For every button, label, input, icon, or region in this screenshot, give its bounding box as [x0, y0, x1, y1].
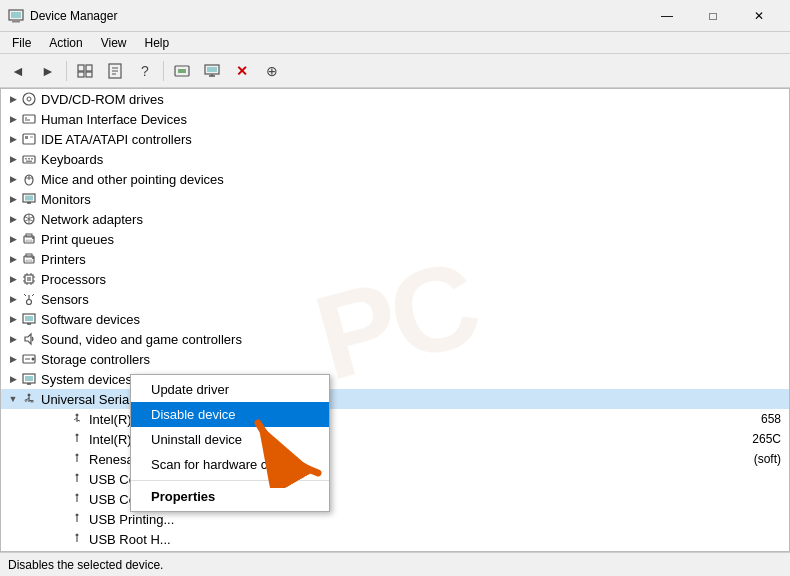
- icon-usbcomp2: [69, 491, 85, 507]
- context-uninstall-device[interactable]: Uninstall device: [131, 427, 329, 452]
- label-software: Software devices: [41, 312, 789, 327]
- label-network: Network adapters: [41, 212, 789, 227]
- tree-item-storage[interactable]: ▶ Storage controllers: [1, 349, 789, 369]
- scan-button[interactable]: ⊕: [258, 58, 286, 84]
- toolbar: ◄ ► ? ✕ ⊕: [0, 54, 790, 88]
- tree-item-mice[interactable]: ▶ Mice and other pointing devices: [1, 169, 789, 189]
- svg-point-85: [76, 474, 79, 477]
- close-button[interactable]: ✕: [736, 0, 782, 32]
- label-sound: Sound, video and game controllers: [41, 332, 789, 347]
- chevron-usbroot1: [53, 531, 69, 547]
- svg-point-83: [76, 454, 79, 457]
- tree-item-usbcomp2[interactable]: USB Comp...: [1, 489, 789, 509]
- minimize-button[interactable]: —: [644, 0, 690, 32]
- icon-usb: [21, 391, 37, 407]
- svg-rect-5: [78, 72, 84, 77]
- icon-renesas: [69, 451, 85, 467]
- tree-item-usbroot2[interactable]: USB Root Hub: [1, 549, 789, 552]
- main-area: PC ▶ DVD/CD-ROM drives ▶ Human Interface…: [0, 88, 790, 552]
- tree-item-intel2[interactable]: Intel(R) 82... 265C: [1, 429, 789, 449]
- context-properties[interactable]: Properties: [131, 484, 329, 509]
- label-mice: Mice and other pointing devices: [41, 172, 789, 187]
- tree-item-printers[interactable]: ▶ Printers: [1, 249, 789, 269]
- context-scan-hardware[interactable]: Scan for hardware cha...: [131, 452, 329, 477]
- computer-button[interactable]: [198, 58, 226, 84]
- tree-item-usbprint[interactable]: USB Printing...: [1, 509, 789, 529]
- tree-item-monitors[interactable]: ▶ Monitors: [1, 189, 789, 209]
- tree-item-hid[interactable]: ▶ Human Interface Devices: [1, 109, 789, 129]
- tree-item-intel1[interactable]: Intel(R) 82... 658: [1, 409, 789, 429]
- label-monitors: Monitors: [41, 192, 789, 207]
- toolbar-sep-1: [66, 61, 67, 81]
- tree-item-dvd[interactable]: ▶ DVD/CD-ROM drives: [1, 89, 789, 109]
- title-bar-left: Device Manager: [8, 8, 117, 24]
- menu-help[interactable]: Help: [137, 34, 178, 52]
- chevron-usbprint: [53, 511, 69, 527]
- chevron-sensors: ▶: [5, 291, 21, 307]
- svg-rect-6: [86, 72, 92, 77]
- svg-rect-2: [12, 21, 20, 23]
- tree-item-renesas[interactable]: Renesas U... (soft): [1, 449, 789, 469]
- help-button[interactable]: ?: [131, 58, 159, 84]
- svg-point-75: [25, 400, 27, 402]
- tree-item-system[interactable]: ▶ System devices: [1, 369, 789, 389]
- update-driver-button[interactable]: [168, 58, 196, 84]
- title-bar: Device Manager — □ ✕: [0, 0, 790, 32]
- icon-hid: [21, 111, 37, 127]
- svg-point-91: [76, 534, 79, 537]
- tree-item-network[interactable]: ▶ Network adapters: [1, 209, 789, 229]
- icon-kbd: [21, 151, 37, 167]
- chevron-storage: ▶: [5, 351, 21, 367]
- label-uninstall-device: Uninstall device: [151, 432, 242, 447]
- chevron-monitors: ▶: [5, 191, 21, 207]
- label-kbd: Keyboards: [41, 152, 789, 167]
- menu-view[interactable]: View: [93, 34, 135, 52]
- context-update-driver[interactable]: Update driver: [131, 377, 329, 402]
- tree-item-kbd[interactable]: ▶ Keyboards: [1, 149, 789, 169]
- label-proc: Processors: [41, 272, 789, 287]
- chevron-dvd: ▶: [5, 91, 21, 107]
- label-scan-hardware: Scan for hardware cha...: [151, 457, 293, 472]
- svg-point-57: [27, 300, 32, 305]
- menu-file[interactable]: File: [4, 34, 39, 52]
- svg-rect-28: [31, 158, 33, 160]
- back-button[interactable]: ◄: [4, 58, 32, 84]
- svg-point-17: [23, 93, 35, 105]
- maximize-button[interactable]: □: [690, 0, 736, 32]
- svg-rect-41: [26, 240, 32, 242]
- context-separator: [131, 480, 329, 481]
- icon-ide: [21, 131, 37, 147]
- tree-item-usbcomp1[interactable]: USB Comp...: [1, 469, 789, 489]
- tree-item-proc[interactable]: ▶ Processors: [1, 269, 789, 289]
- icon-storage: [21, 351, 37, 367]
- menu-action[interactable]: Action: [41, 34, 90, 52]
- svg-rect-27: [28, 158, 30, 160]
- icon-system: [21, 371, 37, 387]
- context-disable-device[interactable]: Disable device: [131, 402, 329, 427]
- icon-sound: [21, 331, 37, 347]
- tree-item-sensors[interactable]: ▶ Sensors: [1, 289, 789, 309]
- show-hide-button[interactable]: [71, 58, 99, 84]
- tree-item-ide[interactable]: ▶ IDE ATA/ATAPI controllers: [1, 129, 789, 149]
- tree-view[interactable]: PC ▶ DVD/CD-ROM drives ▶ Human Interface…: [0, 88, 790, 552]
- label-printq: Print queues: [41, 232, 789, 247]
- tree-item-usb[interactable]: ▼ Universal Serial Bus controllers: [1, 389, 789, 409]
- tree-item-software[interactable]: ▶ Software devices: [1, 309, 789, 329]
- chevron-network: ▶: [5, 211, 21, 227]
- label-printers: Printers: [41, 252, 789, 267]
- uninstall-button[interactable]: ✕: [228, 58, 256, 84]
- chevron-renesas: [53, 451, 69, 467]
- tree-item-usbroot1[interactable]: USB Root H...: [1, 529, 789, 549]
- svg-rect-34: [25, 196, 33, 201]
- svg-line-59: [24, 294, 26, 296]
- update-driver-icon: [174, 63, 190, 79]
- menu-bar: File Action View Help: [0, 32, 790, 54]
- forward-button[interactable]: ►: [34, 58, 62, 84]
- svg-rect-26: [25, 158, 27, 160]
- chevron-usbroot2: [53, 551, 69, 552]
- tree-item-sound[interactable]: ▶ Sound, video and game controllers: [1, 329, 789, 349]
- icon-printq: [21, 231, 37, 247]
- properties-button[interactable]: [101, 58, 129, 84]
- chevron-ide: ▶: [5, 131, 21, 147]
- tree-item-printq[interactable]: ▶ Print queues: [1, 229, 789, 249]
